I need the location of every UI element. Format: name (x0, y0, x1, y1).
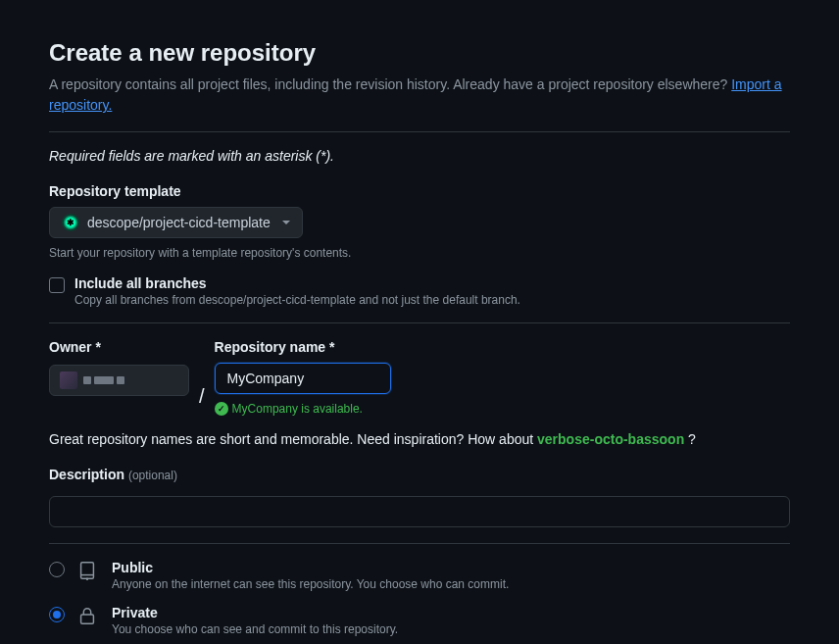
inspiration-suffix: ? (684, 431, 696, 447)
description-label-text: Description (49, 467, 124, 482)
visibility-public-desc: Anyone on the internet can see this repo… (112, 577, 509, 591)
owner-label: Owner * (49, 339, 189, 355)
subtitle-text: A repository contains all project files,… (49, 76, 731, 92)
required-fields-note: Required fields are marked with an aster… (49, 148, 790, 164)
description-input[interactable] (49, 496, 790, 527)
owner-dropdown[interactable] (49, 365, 189, 396)
repo-name-label: Repository name * (215, 339, 391, 355)
owner-avatar (60, 372, 77, 389)
page-title: Create a new repository (49, 39, 790, 67)
repo-icon (76, 560, 100, 584)
svg-rect-2 (81, 615, 94, 623)
name-suggestion-link[interactable]: verbose-octo-bassoon (537, 431, 684, 447)
divider (49, 322, 790, 323)
include-branches-desc: Copy all branches from descope/project-c… (74, 293, 520, 307)
svg-point-1 (87, 578, 88, 579)
visibility-public-radio[interactable] (49, 562, 65, 577)
template-dropdown[interactable]: ✱ descope/project-cicd-template (49, 207, 303, 238)
visibility-private-desc: You choose who can see and commit to thi… (112, 622, 398, 636)
inspiration-text: Great repository names are short and mem… (49, 431, 790, 447)
divider (49, 543, 790, 544)
include-branches-label: Include all branches (74, 275, 520, 291)
description-label: Description (optional) (49, 467, 790, 482)
lock-icon (76, 605, 100, 629)
svg-rect-0 (81, 563, 94, 579)
template-selected-text: descope/project-cicd-template (87, 215, 271, 230)
template-org-icon: ✱ (62, 214, 79, 231)
owner-name-redacted (83, 376, 124, 384)
path-separator: / (199, 380, 205, 412)
description-optional-text: (optional) (128, 469, 177, 482)
page-subtitle: A repository contains all project files,… (49, 74, 790, 116)
availability-text: MyCompany is available. (232, 402, 363, 416)
visibility-public-label: Public (112, 560, 509, 575)
visibility-private-radio[interactable] (49, 607, 65, 622)
inspiration-prefix: Great repository names are short and mem… (49, 431, 537, 447)
template-helper-text: Start your repository with a template re… (49, 246, 790, 260)
availability-message: ✓ MyCompany is available. (215, 402, 391, 416)
chevron-down-icon (282, 221, 290, 224)
visibility-private-label: Private (112, 605, 398, 620)
divider (49, 131, 790, 132)
check-circle-icon: ✓ (215, 402, 228, 416)
repo-name-input[interactable] (215, 363, 391, 394)
template-label: Repository template (49, 183, 790, 199)
include-branches-checkbox[interactable] (49, 277, 65, 293)
